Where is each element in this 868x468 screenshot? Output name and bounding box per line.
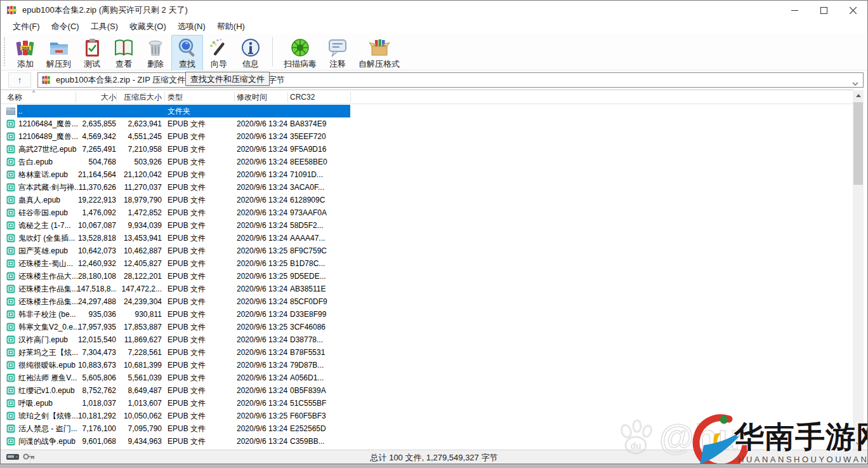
toolbar-button-test[interactable]: 测试 (76, 35, 108, 72)
toolbar-button-sfx[interactable]: 自解压格式 (353, 35, 405, 72)
file-row[interactable]: 韩寒文集V2_0.e...17,957,93517,853,887EPUB 文件… (1, 321, 853, 333)
column-divider[interactable] (350, 92, 351, 102)
toolbar-button-label: 注释 (329, 58, 346, 70)
file-row[interactable]: 韩非子校注 (be...935,036930,811EPUB 文件2020/9/… (1, 308, 853, 321)
status-total-text: 总计 100 文件, 1,279,549,327 字节 (1, 450, 867, 464)
file-row[interactable]: 还珠楼主-蜀山...12,460,93212,405,827EPUB 文件202… (1, 257, 853, 270)
minimize-button[interactable] (780, 1, 809, 20)
address-combobox[interactable]: epub100本合集2.zip - ZIP 压缩文件, 解 7 字节 (37, 72, 864, 88)
menu-item-5[interactable]: 帮助(H) (211, 20, 251, 34)
toolbar-button-scan-virus[interactable]: 扫描病毒 (279, 35, 322, 72)
cell-packed: 503,926 (117, 156, 162, 168)
epub-file-icon (6, 424, 15, 433)
file-row[interactable]: 宫本武藏·剑与禅...11,370,62611,270,037EPUB 文件20… (1, 181, 853, 194)
cell-packed: 930,811 (117, 308, 162, 321)
column-divider[interactable] (287, 92, 288, 102)
status-bar: 总计 100 文件, 1,279,549,327 字节 (1, 450, 867, 464)
toolbar-wrap: 103添加解压到测试查看删除查找向导信息扫描病毒注释自解压格式 (1, 34, 867, 70)
epub-file-icon (6, 310, 15, 319)
menu-bar: 文件(F)命令(C)工具(S)收藏夹(O)选项(N)帮助(H) (1, 20, 867, 34)
menu-item-2[interactable]: 工具(S) (85, 20, 124, 34)
up-directory-button[interactable]: ↑ (8, 72, 31, 88)
file-row[interactable]: 12106484_魔兽...2,635,8552,623,941EPUB 文件2… (1, 117, 853, 130)
folder-icon (6, 107, 15, 116)
scrollbar-up-icon[interactable] (853, 90, 864, 101)
file-row[interactable]: 好莱坞之王【炫...7,304,4737,228,561EPUB 文件2020/… (1, 346, 853, 359)
file-row[interactable]: 国产英雄.epub10,642,07310,462,887EPUB 文件2020… (1, 244, 853, 257)
file-row[interactable]: 红袍法师 雁鱼V...5,605,8065,561,039EPUB 文件2020… (1, 371, 853, 384)
file-row[interactable]: 诡秘之主 (1-7...10,067,0879,934,039EPUB 文件20… (1, 219, 853, 232)
column-header-3[interactable]: 类型 (168, 90, 231, 104)
file-row[interactable]: 鬼吹灯 (全集插...13,528,81813,453,941EPUB 文件20… (1, 232, 853, 244)
column-header-2[interactable]: 压缩后大小 (117, 90, 162, 104)
menu-item-3[interactable]: 收藏夹(O) (124, 20, 172, 34)
menu-item-0[interactable]: 文件(F) (7, 20, 46, 34)
file-row[interactable]: 还珠楼主作品集....24,297,48824,239,304EPUB 文件20… (1, 295, 853, 308)
file-row[interactable]: 还珠楼主作品集...147,518,8...147,472,2...EPUB 文… (1, 283, 853, 295)
cell-modified: 2020/9/6 13:24 (237, 384, 290, 397)
cell-packed: 10,050,062 (117, 410, 162, 422)
cell-name: 还珠楼主-蜀山... (18, 257, 79, 270)
toolbar-button-wizard[interactable]: 向导 (203, 35, 235, 72)
cell-type: EPUB 文件 (168, 117, 231, 130)
file-row[interactable]: 告白.epub504,768503,926EPUB 文件2020/9/6 13:… (1, 156, 853, 168)
cell-crc: 3ACA0F... (290, 181, 348, 194)
scrollbar-thumb[interactable] (853, 102, 863, 185)
menu-item-1[interactable]: 命令(C) (46, 20, 85, 34)
file-row[interactable]: 还珠楼主作品大...28,180,10828,122,201EPUB 文件202… (1, 270, 853, 283)
cell-name: 国产英雄.epub (18, 244, 79, 257)
file-row[interactable]: 蛊真人.epub19,222,91318,979,790EPUB 文件2020/… (1, 194, 853, 206)
cell-crc: B78F5531 (290, 346, 348, 359)
cell-size: 147,518,8... (77, 283, 116, 295)
cell-modified: 2020/9/6 13:24 (237, 206, 290, 219)
epub-file-icon (6, 386, 15, 395)
epub-file-icon (6, 335, 15, 344)
toolbar-button-delete[interactable]: 删除 (140, 35, 171, 72)
parent-dir-row[interactable]: ..文件夹 (1, 105, 853, 117)
file-row[interactable]: 呼吸.epub1,018,0371,013,607EPUB 文件2020/9/6… (1, 397, 853, 410)
file-row[interactable]: 琥珀之剑【炫锋...10,181,29210,050,062EPUB 文件202… (1, 410, 853, 422)
file-row[interactable]: 格林童话.epub21,164,56421,120,042EPUB 文件2020… (1, 168, 853, 181)
toolbar-gripper[interactable] (4, 37, 6, 66)
column-divider[interactable] (234, 92, 235, 102)
column-header-1[interactable]: 大小 (77, 90, 116, 104)
file-row[interactable]: 活人禁忌 - 盗门...7,176,1007,095,790EPUB 文件202… (1, 422, 853, 435)
toolbar-button-find[interactable]: 查找 (171, 35, 203, 72)
file-row[interactable]: 12106489_魔兽...4,569,3424,551,245EPUB 文件2… (1, 130, 853, 143)
close-button[interactable] (838, 1, 867, 20)
column-divider[interactable] (116, 92, 117, 102)
column-divider[interactable] (164, 92, 165, 102)
cell-type: EPUB 文件 (168, 257, 231, 270)
file-row[interactable]: 硅谷帝国.epub1,476,0921,472,852EPUB 文件2020/9… (1, 206, 853, 219)
file-row[interactable]: 间谍的战争.epub9,601,0689,434,963EPUB 文件2020/… (1, 435, 853, 448)
extract-icon (48, 37, 70, 58)
cell-modified: 2020/9/6 13:24 (237, 333, 290, 346)
toolbar-button-info[interactable]: 信息 (235, 35, 266, 72)
epub-file-icon (6, 373, 15, 382)
toolbar-button-extract[interactable]: 解压到 (41, 35, 76, 72)
file-row[interactable]: 高武27世纪.epub7,265,4917,210,958EPUB 文件2020… (1, 143, 853, 156)
column-header-4[interactable]: 修改时间 (237, 90, 290, 104)
menu-item-4[interactable]: 选项(N) (172, 20, 211, 34)
cell-size: 21,164,564 (77, 168, 116, 181)
toolbar-button-comment[interactable]: 注释 (322, 35, 353, 72)
vertical-scrollbar[interactable] (853, 90, 864, 450)
test-icon (81, 37, 103, 58)
cell-crc: 71091D... (290, 168, 348, 181)
file-row[interactable]: 很纯很暧昧.epub10,883,67310,681,399EPUB 文件202… (1, 359, 853, 371)
cell-name: 汉祚高门.epub (18, 333, 79, 346)
column-header-5[interactable]: CRC32 (290, 90, 348, 104)
chevron-down-icon[interactable] (852, 77, 859, 89)
maximize-button[interactable] (809, 1, 838, 20)
column-divider[interactable] (76, 92, 76, 102)
file-row[interactable]: 汉祚高门.epub12,015,54011,869,627EPUB 文件2020… (1, 333, 853, 346)
toolbar-button-label: 解压到 (46, 58, 71, 70)
toolbar-button-view[interactable]: 查看 (108, 35, 140, 72)
toolbar-button-add[interactable]: 103添加 (10, 35, 41, 72)
epub-file-icon (6, 284, 15, 293)
scrollbar-down-icon[interactable] (853, 439, 864, 450)
column-header-0[interactable]: 名称 (7, 90, 74, 104)
add-icon: 103 (15, 37, 36, 58)
cell-modified: 2020/9/6 13:24 (237, 422, 290, 435)
file-row[interactable]: 红缨记v1.0.epub8,752,7628,649,487EPUB 文件202… (1, 384, 853, 397)
